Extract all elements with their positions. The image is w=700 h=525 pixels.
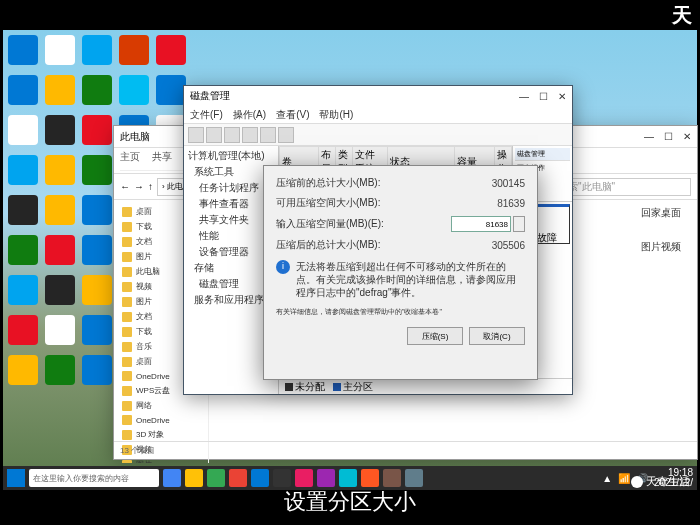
desktop-icon[interactable] [8, 315, 38, 345]
tb-icon[interactable] [278, 127, 294, 143]
actions-header: 磁盘管理 [515, 148, 570, 161]
task-icon[interactable] [163, 469, 181, 487]
desktop-icon[interactable] [45, 115, 75, 145]
min-icon[interactable]: — [519, 91, 529, 102]
content-label: 图片视频 [641, 240, 681, 254]
row-label: 压缩后的总计大小(MB): [276, 238, 455, 252]
desktop-icon[interactable] [45, 195, 75, 225]
desktop-icon[interactable] [82, 275, 112, 305]
desktop-icon[interactable] [119, 75, 149, 105]
desktop-icon[interactable] [82, 35, 112, 65]
info-block: i 无法将卷压缩到超出任何不可移动的文件所在的点。有关完成该操作时间的详细信息，… [276, 260, 525, 299]
desktop-icon[interactable] [45, 155, 75, 185]
note-text: 有关详细信息，请参阅磁盘管理帮助中的"收缩基本卷" [276, 307, 525, 317]
desktop-icon[interactable] [82, 235, 112, 265]
sidebar-item[interactable]: 3D 对象 [118, 427, 204, 442]
task-icon[interactable] [273, 469, 291, 487]
desktop-icon[interactable] [8, 75, 38, 105]
desktop-icon[interactable] [156, 75, 186, 105]
task-icon[interactable] [295, 469, 313, 487]
row-label: 可用压缩空间大小(MB): [276, 196, 455, 210]
shrink-button[interactable]: 压缩(S) [407, 327, 463, 345]
close-icon[interactable]: ✕ [558, 91, 566, 102]
task-icon[interactable] [229, 469, 247, 487]
desktop-icon[interactable] [82, 195, 112, 225]
row-value: 300145 [455, 178, 525, 189]
desktop-icon[interactable] [45, 35, 75, 65]
tray-icon[interactable]: ▲ [602, 473, 612, 484]
desktop-icon[interactable] [82, 315, 112, 345]
content-label: 回家桌面 [641, 206, 681, 220]
row-label: 压缩前的总计大小(MB): [276, 176, 455, 190]
info-icon: i [276, 260, 290, 274]
explorer-status: 13 个项目 [114, 441, 697, 459]
network-icon[interactable]: 📶 [618, 473, 630, 484]
diskmgr-menu: 文件(F)操作(A)查看(V)帮助(H) [184, 106, 572, 124]
spinner-icon[interactable] [513, 216, 525, 232]
cancel-button[interactable]: 取消(C) [469, 327, 525, 345]
tb-icon[interactable] [224, 127, 240, 143]
explorer-title: 此电脑 [120, 130, 150, 144]
tab[interactable]: 主页 [120, 150, 140, 164]
max-icon[interactable]: ☐ [664, 131, 673, 142]
row-value: 305506 [455, 240, 525, 251]
desktop-icon[interactable] [8, 35, 38, 65]
row-label: 输入压缩空间量(MB)(E): [276, 217, 451, 231]
desktop-icon[interactable] [156, 35, 186, 65]
desktop-icon[interactable] [45, 75, 75, 105]
diskmgr-toolbar [184, 124, 572, 146]
close-icon[interactable]: ✕ [683, 131, 691, 142]
menu-item[interactable]: 操作(A) [233, 108, 266, 122]
tb-icon[interactable] [260, 127, 276, 143]
shrink-input[interactable] [451, 216, 511, 232]
diskmgr-title: 磁盘管理 [190, 89, 230, 103]
tb-icon[interactable] [242, 127, 258, 143]
task-icon[interactable] [185, 469, 203, 487]
sidebar-item[interactable]: 网络 [118, 398, 204, 413]
up-icon[interactable]: ↑ [148, 181, 153, 192]
back-icon[interactable]: ← [120, 181, 130, 192]
desktop-icon[interactable] [82, 155, 112, 185]
menu-item[interactable]: 查看(V) [276, 108, 309, 122]
desktop-icon[interactable] [8, 155, 38, 185]
min-icon[interactable]: — [644, 131, 654, 142]
tab[interactable]: 共享 [152, 150, 172, 164]
desktop-icon[interactable] [8, 275, 38, 305]
max-icon[interactable]: ☐ [539, 91, 548, 102]
desktop-icon[interactable] [82, 115, 112, 145]
desktop-icon[interactable] [119, 35, 149, 65]
task-icon[interactable] [251, 469, 269, 487]
desktop-icon[interactable] [45, 355, 75, 385]
desktop-icon[interactable] [82, 75, 112, 105]
disk-legend: 未分配 主分区 [279, 378, 572, 394]
shrink-dialog: 压缩前的总计大小(MB):300145 可用压缩空间大小(MB):81639 输… [263, 165, 538, 380]
tb-icon[interactable] [188, 127, 204, 143]
sidebar-item[interactable]: OneDrive [118, 413, 204, 427]
start-button[interactable] [7, 469, 25, 487]
task-icon[interactable] [207, 469, 225, 487]
diskmgr-titlebar[interactable]: 磁盘管理 — ☐ ✕ [184, 86, 572, 106]
task-icon[interactable] [361, 469, 379, 487]
task-icon[interactable] [405, 469, 423, 487]
tree-node[interactable]: 计算机管理(本地) [186, 148, 276, 164]
caption: 设置分区大小 [0, 487, 700, 517]
menu-item[interactable]: 文件(F) [190, 108, 223, 122]
task-icon[interactable] [339, 469, 357, 487]
desktop: 此电脑 — ☐ ✕ 主页共享查看驱动器工具 ← → ↑ › 此电脑 🔍 搜索"此… [3, 30, 697, 490]
desktop-icon[interactable] [82, 355, 112, 385]
task-icon[interactable] [317, 469, 335, 487]
desktop-icon[interactable] [45, 275, 75, 305]
fwd-icon[interactable]: → [134, 181, 144, 192]
desktop-icon[interactable] [45, 235, 75, 265]
row-value: 81639 [455, 198, 525, 209]
desktop-icon[interactable] [8, 195, 38, 225]
tb-icon[interactable] [206, 127, 222, 143]
menu-item[interactable]: 帮助(H) [319, 108, 353, 122]
taskbar-search[interactable]: 在这里输入你要搜索的内容 [29, 469, 159, 487]
desktop-icon[interactable] [45, 315, 75, 345]
watermark-top: 天 [672, 2, 692, 29]
desktop-icon[interactable] [8, 235, 38, 265]
desktop-icon[interactable] [8, 355, 38, 385]
task-icon[interactable] [383, 469, 401, 487]
desktop-icon[interactable] [8, 115, 38, 145]
